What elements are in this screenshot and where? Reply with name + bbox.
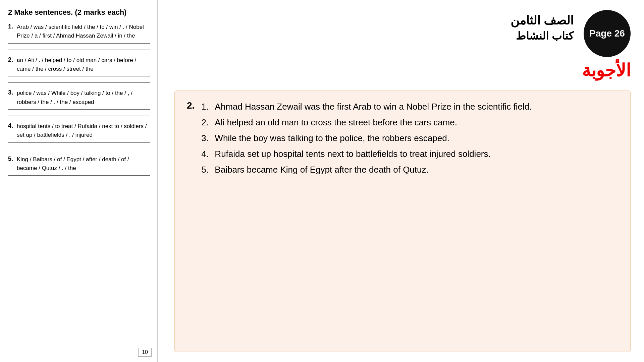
answer-item-3: 3. While the boy was talking to the poli…: [201, 132, 532, 145]
question-block-3: 3. police / was / While / boy / talking …: [8, 89, 150, 116]
q-text-4: hospital tents / to treat / Rufaida / ne…: [17, 122, 150, 140]
answer-num-1: 1.: [201, 100, 211, 113]
answer-num-2: 2.: [201, 116, 211, 129]
answer-line-5b: [8, 182, 150, 182]
q-text-3: police / was / While / boy / talking / t…: [17, 89, 150, 107]
arabic-title: الصف الثامن: [511, 13, 574, 27]
answer-line-4a: [8, 142, 150, 143]
page-number-box: 10: [138, 348, 152, 357]
answer-item-2: 2. Ali helped an old man to cross the st…: [201, 116, 532, 129]
answer-line-2a: [8, 76, 150, 76]
q-number-1: 1.: [8, 23, 17, 30]
question-block-4: 4. hospital tents / to treat / Rufaida /…: [8, 122, 150, 149]
top-right-header: الصف الثامن كتاب النشاط Page 26: [174, 10, 631, 57]
q-number-4: 4.: [8, 122, 17, 129]
answer-item-1: 1. Ahmad Hassan Zewail was the first Ara…: [201, 100, 532, 113]
answer-text-2: Ali helped an old man to cross the stree…: [215, 116, 457, 129]
q-number-5: 5.: [8, 155, 17, 163]
arabic-subtitle: كتاب النشاط: [516, 29, 574, 42]
q-text-2: an / Ali / . / helped / to / old man / c…: [17, 56, 150, 74]
answer-list: 1. Ahmad Hassan Zewail was the first Ara…: [201, 100, 532, 179]
answer-num-5: 5.: [201, 163, 211, 176]
answer-num-4: 4.: [201, 147, 211, 161]
answer-text-5: Baibars became King of Egypt after the d…: [215, 163, 428, 176]
page-circle: Page 26: [584, 10, 631, 57]
answer-section-number: 2.: [187, 100, 195, 111]
q-text-1: Arab / was / scientific field / the / to…: [17, 23, 150, 41]
answer-line-5a: [8, 175, 150, 176]
arabic-labels: الصف الثامن كتاب النشاط: [511, 13, 574, 42]
answer-item-5: 5. Baibars became King of Egypt after th…: [201, 163, 532, 176]
right-panel: الصف الثامن كتاب النشاط Page 26 الأجوبة …: [158, 0, 644, 362]
answer-item-4: 4. Rufaida set up hospital tents next to…: [201, 147, 532, 161]
answers-title: الأجوبة: [174, 60, 631, 80]
answer-num-3: 3.: [201, 132, 211, 145]
q-number-3: 3.: [8, 89, 17, 96]
question-block-5: 5. King / Baibars / of / Egypt / after /…: [8, 155, 150, 182]
q-text-5: King / Baibars / of / Egypt / after / de…: [17, 155, 150, 173]
answer-card: 2. 1. Ahmad Hassan Zewail was the first …: [174, 90, 631, 352]
answer-text-4: Rufaida set up hospital tents next to ba…: [215, 147, 490, 161]
section-header: 2 Make sentences. (2 marks each): [8, 8, 150, 17]
left-panel: 2 Make sentences. (2 marks each) 1. Arab…: [0, 0, 158, 362]
answer-line-3a: [8, 109, 150, 110]
question-block-1: 1. Arab / was / scientific field / the /…: [8, 23, 150, 50]
answer-text-1: Ahmad Hassan Zewail was the first Arab t…: [215, 100, 532, 113]
answer-text-3: While the boy was talking to the police,…: [215, 132, 449, 145]
question-block-2: 2. an / Ali / . / helped / to / old man …: [8, 56, 150, 83]
answer-line-1a: [8, 43, 150, 44]
q-number-2: 2.: [8, 56, 17, 63]
